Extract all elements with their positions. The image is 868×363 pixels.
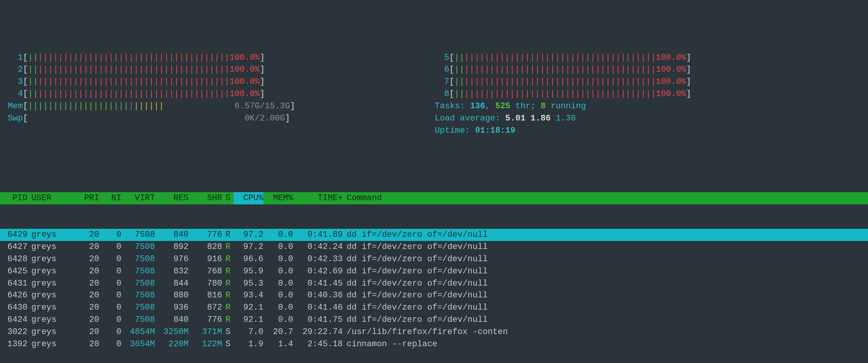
pid: 6425	[0, 265, 27, 278]
swp-label: Swp	[8, 112, 23, 125]
command: /usr/lib/firefox/firefox -conten	[343, 326, 868, 338]
process-row[interactable]: 1392greys2003654M220M122MS1.91.42:45.18c…	[0, 338, 868, 350]
process-row[interactable]: 6427greys2007508892828R97.20.00:42.24dd …	[0, 241, 868, 253]
cpu-meter: 7 [|||||||||||||||||||||||||||||||||||||…	[434, 76, 860, 88]
state: R	[222, 278, 234, 290]
swp-value: 0K/2.00G	[245, 112, 285, 125]
col-pri[interactable]: PRI	[73, 192, 99, 204]
mem-label: Mem	[8, 100, 23, 112]
col-virt[interactable]: VIRT	[121, 192, 155, 204]
pri: 20	[73, 241, 99, 253]
res: 832	[155, 265, 189, 278]
virt: 3654M	[121, 338, 155, 350]
cpu-meter: 4 [|||||||||||||||||||||||||||||||||||||…	[8, 88, 434, 100]
command: dd if=/dev/zero of=/dev/null	[343, 314, 868, 326]
cpu-percent: 100.0%	[656, 76, 686, 88]
cpu-id: 1	[8, 52, 23, 64]
res: 840	[155, 314, 189, 326]
user: greys	[27, 278, 73, 290]
cpu-meter: 1 [|||||||||||||||||||||||||||||||||||||…	[8, 52, 434, 64]
pri: 20	[73, 338, 99, 350]
process-row[interactable]: 6428greys2007508976916R96.60.00:42.33dd …	[0, 253, 868, 265]
process-row[interactable]: 6426greys2007508880816R93.40.00:40.36dd …	[0, 289, 868, 302]
col-state[interactable]: S	[222, 192, 234, 204]
user: greys	[27, 289, 73, 302]
process-row[interactable]: 6430greys2007508936872R92.10.00:41.46dd …	[0, 302, 868, 314]
pri: 20	[73, 302, 99, 314]
ni: 0	[99, 278, 121, 290]
mem-pct: 0.0	[263, 253, 293, 265]
col-ni[interactable]: NI	[99, 192, 121, 204]
col-pid[interactable]: PID	[0, 192, 27, 204]
mem-pct: 1.4	[263, 338, 293, 350]
virt: 7508	[121, 278, 155, 290]
ni: 0	[99, 326, 121, 338]
command: cinnamon --replace	[343, 338, 868, 350]
shr: 776	[189, 229, 222, 241]
tasks-line: Tasks: 136, 525 thr; 8 running	[434, 100, 860, 112]
user: greys	[27, 265, 73, 278]
virt: 7508	[121, 314, 155, 326]
col-shr[interactable]: SHR	[189, 192, 222, 204]
process-row[interactable]: 6425greys2007508832768R95.90.00:42.69dd …	[0, 265, 868, 278]
cpu-percent: 100.0%	[656, 52, 686, 64]
cpu-meter: 3 [|||||||||||||||||||||||||||||||||||||…	[8, 76, 434, 88]
user: greys	[27, 302, 73, 314]
res: 892	[155, 241, 189, 253]
cpu-pct: 1.9	[234, 338, 263, 350]
time: 0:41.45	[293, 278, 343, 290]
command: dd if=/dev/zero of=/dev/null	[343, 229, 868, 241]
cpu-pct: 92.1	[234, 302, 263, 314]
pid: 6426	[0, 289, 27, 302]
cpu-id: 3	[8, 76, 23, 88]
cpu-pct: 93.4	[234, 289, 263, 302]
shr: 776	[189, 314, 222, 326]
res: 220M	[155, 338, 189, 350]
mem-pct: 0.0	[263, 229, 293, 241]
mem-pct: 0.0	[263, 302, 293, 314]
col-time[interactable]: TIME+	[293, 192, 343, 204]
process-row[interactable]: 6431greys2007508844780R95.30.00:41.45dd …	[0, 278, 868, 290]
process-row[interactable]: 6424greys2007508840776R92.10.00:41.75dd …	[0, 314, 868, 326]
cpu-id: 7	[434, 76, 449, 88]
pid: 1392	[0, 338, 27, 350]
cpu-meter: 2 [|||||||||||||||||||||||||||||||||||||…	[8, 64, 434, 76]
mem-pct: 0.0	[263, 265, 293, 278]
process-row[interactable]: 3022greys2004854M3250M371MS7.020.729:22.…	[0, 326, 868, 338]
command: dd if=/dev/zero of=/dev/null	[343, 241, 868, 253]
cpu-percent: 100.0%	[229, 52, 260, 64]
ni: 0	[99, 229, 121, 241]
col-mem[interactable]: MEM%	[263, 192, 293, 204]
cpu-id: 4	[8, 88, 23, 100]
user: greys	[27, 326, 73, 338]
res: 880	[155, 289, 189, 302]
time: 0:41.75	[293, 314, 343, 326]
memory-meter: Mem[||||||||||||||||||||||||||| 6.57G/15…	[8, 100, 434, 112]
command: dd if=/dev/zero of=/dev/null	[343, 302, 868, 314]
threads-count: 525	[495, 101, 510, 111]
state: R	[222, 253, 234, 265]
shr: 768	[189, 265, 222, 278]
mem-pct: 0.0	[263, 314, 293, 326]
col-user[interactable]: USER	[27, 192, 73, 204]
pid: 6430	[0, 302, 27, 314]
virt: 7508	[121, 302, 155, 314]
res: 936	[155, 302, 189, 314]
user: greys	[27, 241, 73, 253]
time: 0:41.89	[293, 229, 343, 241]
ni: 0	[99, 338, 121, 350]
virt: 7508	[121, 229, 155, 241]
pid: 6427	[0, 241, 27, 253]
process-table-body[interactable]: 6429greys2007508840776R97.20.00:41.89dd …	[0, 229, 868, 350]
cpu-pct: 95.9	[234, 265, 263, 278]
process-row[interactable]: 6429greys2007508840776R97.20.00:41.89dd …	[0, 229, 868, 241]
virt: 7508	[121, 241, 155, 253]
time: 29:22.74	[293, 326, 343, 338]
col-res[interactable]: RES	[155, 192, 189, 204]
process-table-header[interactable]: PID USER PRI NI VIRT RES SHR S CPU% MEM%…	[0, 192, 868, 204]
time: 0:42.24	[293, 241, 343, 253]
state: R	[222, 314, 234, 326]
cpu-percent: 100.0%	[229, 76, 260, 88]
col-cpu[interactable]: CPU%	[234, 192, 263, 204]
col-command[interactable]: Command	[343, 192, 868, 204]
